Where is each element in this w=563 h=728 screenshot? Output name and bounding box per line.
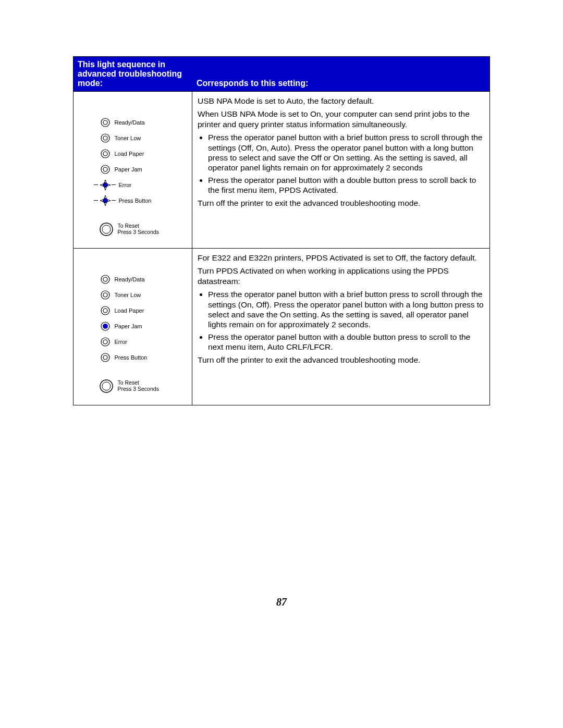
- svg-point-4: [101, 150, 109, 158]
- reset-button-icon: [99, 378, 116, 394]
- table-row: Ready/Data Toner Low Load Paper Paper Ja…: [74, 91, 489, 248]
- light-label: Ready/Data: [115, 276, 145, 282]
- led-off-icon: [99, 132, 112, 144]
- light-label: Paper Jam: [115, 166, 142, 172]
- svg-point-6: [101, 165, 109, 174]
- led-off-icon: [99, 351, 112, 364]
- led-off-icon: [99, 147, 112, 160]
- svg-point-24: [101, 353, 109, 362]
- light-sequence-cell: Ready/Data Toner Low Load Paper Paper Ja…: [74, 249, 192, 405]
- led-flashing-icon: [99, 179, 112, 191]
- table-row: Ready/Data Toner Low Load Paper Paper Ja…: [74, 248, 489, 405]
- led-off-icon: [99, 336, 112, 348]
- bullet-list: Press the operator panel button with a b…: [198, 132, 484, 195]
- setting-description-cell: For E322 and E322n printers, PPDS Activa…: [192, 249, 489, 405]
- setting-description-cell: USB NPA Mode is set to Auto, the factory…: [192, 92, 489, 248]
- light-label: Load Paper: [115, 307, 144, 314]
- header-right: Corresponds to this setting:: [192, 57, 489, 91]
- page-number: 87: [0, 596, 563, 608]
- paragraph: Turn off the printer to exit the advance…: [198, 198, 484, 208]
- svg-point-2: [101, 134, 109, 142]
- bullet-list: Press the operator panel button with a b…: [198, 289, 484, 352]
- light-label: Toner Low: [115, 135, 141, 141]
- light-label: Toner Low: [115, 292, 141, 298]
- paragraph: Turn off the printer to exit the advance…: [198, 355, 484, 365]
- paragraph: USB NPA Mode is set to Auto, the factory…: [198, 96, 484, 106]
- list-item: Press the operator panel button with a b…: [208, 289, 484, 330]
- reset-label-2: Press 3 Seconds: [118, 386, 159, 392]
- led-off-icon: [99, 289, 112, 301]
- svg-point-14: [101, 275, 109, 283]
- reset-button-icon: [99, 221, 116, 238]
- list-item: Press the operator panel button with a d…: [208, 332, 484, 352]
- svg-point-22: [101, 338, 109, 346]
- led-off-icon: [99, 116, 112, 129]
- led-flashing-icon: [99, 194, 112, 207]
- led-on-icon: [99, 320, 112, 332]
- light-label: Ready/Data: [115, 119, 145, 126]
- svg-point-15: [103, 277, 107, 281]
- svg-point-1: [103, 120, 107, 125]
- svg-point-23: [103, 340, 107, 344]
- list-item: Press the operator panel button with a b…: [208, 132, 484, 173]
- led-off-icon: [99, 163, 112, 176]
- svg-point-19: [103, 309, 107, 313]
- svg-point-18: [101, 306, 109, 315]
- header-left: This light sequence in advanced troubles…: [74, 57, 192, 91]
- light-panel: Ready/Data Toner Low Load Paper Paper Ja…: [99, 115, 167, 238]
- paragraph: For E322 and E322n printers, PPDS Activa…: [198, 253, 484, 263]
- light-label: Load Paper: [115, 151, 144, 157]
- svg-point-0: [101, 118, 109, 127]
- svg-point-17: [103, 293, 107, 297]
- svg-point-16: [101, 291, 109, 299]
- led-off-icon: [99, 273, 112, 286]
- light-label: Error: [119, 182, 131, 188]
- light-label: Press Button: [115, 354, 148, 361]
- led-off-icon: [99, 304, 112, 317]
- light-sequence-cell: Ready/Data Toner Low Load Paper Paper Ja…: [74, 92, 192, 248]
- svg-point-11: [103, 199, 107, 203]
- list-item: Press the operator panel button with a d…: [208, 175, 484, 195]
- svg-point-13: [102, 225, 111, 233]
- light-label: Press Button: [119, 198, 152, 204]
- svg-point-5: [103, 152, 107, 156]
- svg-point-27: [102, 382, 111, 390]
- reset-label-2: Press 3 Seconds: [118, 229, 159, 236]
- light-label: Error: [115, 339, 127, 345]
- table-header-row: This light sequence in advanced troubles…: [74, 57, 489, 91]
- svg-point-7: [103, 167, 107, 171]
- paragraph: When USB NPA Mode is set to On, your com…: [198, 109, 484, 129]
- svg-point-3: [103, 136, 107, 140]
- svg-point-25: [103, 355, 107, 360]
- troubleshooting-table: This light sequence in advanced troubles…: [73, 56, 490, 405]
- paragraph: Turn PPDS Activated on when working in a…: [198, 266, 484, 286]
- header-right-label: Corresponds to this setting:: [197, 79, 308, 88]
- svg-point-21: [103, 324, 108, 329]
- light-label: Paper Jam: [115, 323, 142, 329]
- svg-point-9: [103, 183, 107, 188]
- light-panel: Ready/Data Toner Low Load Paper Paper Ja…: [99, 272, 167, 394]
